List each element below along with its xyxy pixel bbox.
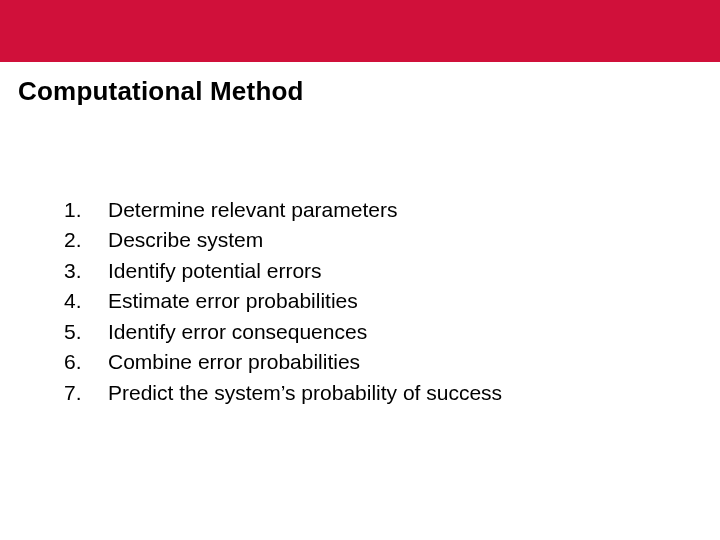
step-text: Identify error consequences (108, 317, 367, 347)
step-text: Identify potential errors (108, 256, 322, 286)
step-text: Estimate error probabilities (108, 286, 358, 316)
list-item: Predict the system’s probability of succ… (64, 378, 720, 408)
step-text: Determine relevant parameters (108, 195, 397, 225)
list-item: Describe system (64, 225, 720, 255)
header-bar (0, 0, 720, 62)
step-text: Predict the system’s probability of succ… (108, 378, 502, 408)
page-title: Computational Method (0, 62, 720, 107)
list-item: Identify error consequences (64, 317, 720, 347)
list-item: Estimate error probabilities (64, 286, 720, 316)
list-item: Identify potential errors (64, 256, 720, 286)
list-item: Determine relevant parameters (64, 195, 720, 225)
steps-list-wrap: Determine relevant parameters Describe s… (0, 107, 720, 408)
step-text: Combine error probabilities (108, 347, 360, 377)
step-text: Describe system (108, 225, 263, 255)
list-item: Combine error probabilities (64, 347, 720, 377)
steps-list: Determine relevant parameters Describe s… (64, 195, 720, 408)
